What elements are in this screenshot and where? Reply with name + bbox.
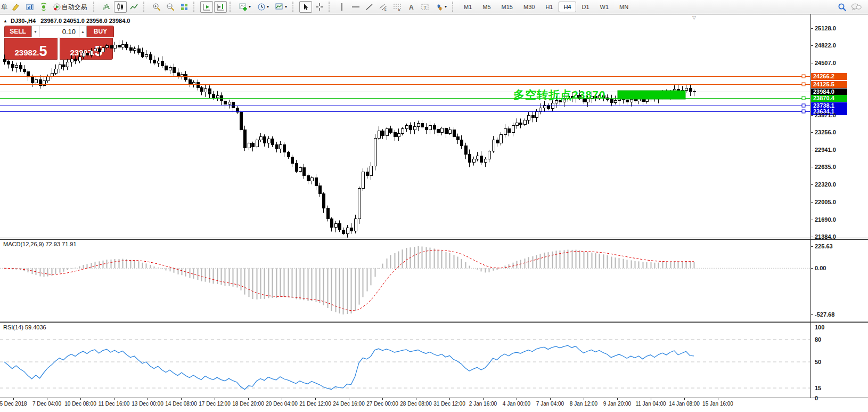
price-axis-tick: 23571.0: [815, 112, 836, 118]
vertical-line-icon[interactable]: [335, 1, 348, 13]
horizontal-line-icon[interactable]: [349, 1, 362, 13]
timeframe-button-m30[interactable]: M30: [519, 2, 539, 12]
pane-divider[interactable]: [0, 238, 868, 240]
price-chart-canvas[interactable]: [0, 15, 810, 238]
indicators-icon[interactable]: ▾: [236, 1, 253, 13]
price-axis-tick: 21384.0: [815, 233, 836, 240]
time-axis-tick-mark: [483, 398, 484, 400]
chart-shift-icon[interactable]: [214, 1, 227, 13]
chevron-down-icon: ▾: [285, 5, 287, 9]
periods-icon[interactable]: ▾: [255, 1, 272, 13]
toolbar-grip[interactable]: [230, 2, 233, 12]
toolbar-grip[interactable]: [143, 2, 147, 12]
macd-axis-tick: 225.63: [815, 243, 833, 249]
signal-icon[interactable]: [37, 1, 50, 13]
time-axis-label: 24 Dec 16:00: [333, 401, 365, 407]
time-axis-label: 20 Dec 04:00: [266, 401, 298, 407]
timeframe-button-m1[interactable]: M1: [459, 2, 477, 12]
timeframe-button-w1[interactable]: W1: [595, 2, 614, 12]
time-axis-label: 17 Dec 12:00: [199, 401, 231, 407]
time-axis-tick-mark: [181, 398, 182, 400]
line-chart-icon[interactable]: [128, 1, 141, 13]
price-axis-tick: 22320.0: [815, 181, 836, 188]
time-axis-label: 31 Dec 12:00: [433, 401, 465, 407]
time-axis-tick-mark: [584, 398, 584, 400]
rsi-canvas[interactable]: [0, 323, 810, 398]
time-axis-label: 8 Jan 12:00: [570, 401, 597, 407]
time-axis[interactable]: [0, 398, 868, 398]
price-axis-tick: 23256.0: [815, 129, 836, 135]
cursor-icon[interactable]: [299, 1, 312, 13]
time-axis-label: 5 Dec 2018: [0, 401, 27, 407]
price-axis-tick-mark: [810, 45, 813, 46]
time-axis-tick-mark: [684, 398, 685, 400]
svg-text:T: T: [424, 5, 427, 10]
time-axis-label: 11 Dec 16:00: [99, 401, 130, 407]
time-axis-tick-mark: [617, 398, 618, 400]
zoom-in-icon[interactable]: [150, 1, 163, 13]
market-watch-icon[interactable]: [23, 1, 36, 13]
timeframe-button-h4[interactable]: H4: [559, 2, 576, 12]
chat-icon[interactable]: [849, 1, 863, 13]
price-level-tag[interactable]: 24266.2: [811, 73, 847, 80]
rsi-label: RSI(14) 59.4036: [3, 324, 46, 330]
fibonacci-icon[interactable]: F: [391, 1, 404, 13]
time-axis-tick-mark: [651, 398, 651, 400]
chevron-down-icon: ▾: [267, 5, 269, 9]
price-axis-tick: 22941.0: [815, 147, 836, 153]
price-axis-tick-mark: [810, 184, 813, 185]
chart-annotation-text[interactable]: 多空转折点23870: [513, 87, 605, 102]
time-axis-tick-mark: [248, 398, 249, 400]
pane-divider[interactable]: [0, 321, 868, 323]
price-axis[interactable]: [810, 14, 811, 398]
time-axis-tick-mark: [550, 398, 551, 400]
timeframe-button-m15[interactable]: M15: [497, 2, 518, 12]
time-axis-label: 7 Jan 04:00: [536, 401, 564, 407]
new-order-button[interactable]: 单: [1, 3, 7, 12]
time-axis-label: 27 Dec 00:00: [366, 401, 398, 407]
macd-axis-tick-mark: [810, 268, 813, 269]
timeframe-button-m5[interactable]: M5: [478, 2, 495, 12]
search-icon[interactable]: [836, 1, 848, 13]
macd-canvas[interactable]: [0, 240, 810, 321]
bar-chart-icon[interactable]: [100, 1, 113, 13]
trendline-icon[interactable]: [363, 1, 376, 13]
time-axis-tick-mark: [215, 398, 215, 400]
timeframe-button-h1[interactable]: H1: [541, 2, 558, 12]
templates-icon[interactable]: ▾: [273, 1, 290, 13]
time-axis-label: 4 Jan 00:00: [503, 401, 530, 407]
toolbar-grip[interactable]: [452, 2, 456, 12]
toolbar-grip[interactable]: [93, 2, 97, 12]
rsi-axis-tick: 100: [815, 324, 824, 330]
time-axis-label: 18 Dec 20:00: [232, 401, 264, 407]
crayon-icon[interactable]: [10, 1, 22, 13]
crosshair-icon[interactable]: [313, 1, 326, 13]
zoom-out-icon[interactable]: [164, 1, 177, 13]
chart-shift-marker[interactable]: ▽: [692, 15, 696, 20]
toolbar-grip[interactable]: [329, 2, 332, 12]
time-axis-tick-mark: [47, 398, 47, 400]
candle-chart-icon[interactable]: [114, 1, 127, 13]
arrows-icon[interactable]: ▾: [432, 1, 449, 13]
time-axis-label: 2 Jan 16:00: [469, 401, 497, 407]
auto-trading-button[interactable]: 自动交易: [51, 1, 91, 13]
time-axis-tick-mark: [718, 398, 718, 400]
time-axis-tick-mark: [282, 398, 282, 400]
rsi-axis-tick: 0: [815, 395, 818, 401]
equidistant-channel-icon[interactable]: E: [377, 1, 390, 13]
timeframe-button-mn[interactable]: MN: [615, 2, 633, 12]
toolbar-grip[interactable]: [193, 2, 197, 12]
tile-windows-icon[interactable]: [178, 1, 191, 13]
text-icon[interactable]: A: [405, 1, 417, 13]
price-level-tag[interactable]: 23870.4: [811, 95, 847, 102]
text-label-icon[interactable]: T: [419, 1, 431, 13]
price-axis-tick-mark: [810, 132, 813, 133]
price-axis-tick-mark: [810, 237, 813, 237]
toolbar-grip[interactable]: [292, 2, 296, 12]
main-toolbar: 单 自动交易: [0, 0, 868, 14]
timeframe-button-d1[interactable]: D1: [577, 2, 594, 12]
time-axis-tick-mark: [449, 398, 450, 400]
auto-scroll-icon[interactable]: [200, 1, 213, 13]
price-level-tag[interactable]: 24125.5: [811, 81, 847, 88]
price-axis-tick: 21690.0: [815, 216, 836, 223]
